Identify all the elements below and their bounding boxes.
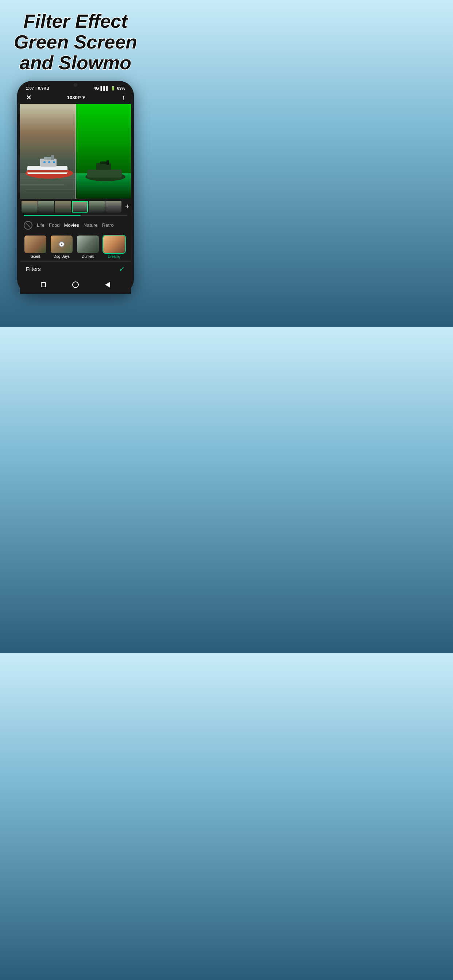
progress-fill (24, 215, 81, 216)
back-button[interactable] (104, 281, 112, 289)
video-preview (20, 104, 131, 199)
header-subtitle: Green Screen and Slowmo (7, 32, 144, 73)
filter-item-scent[interactable]: Scent (24, 235, 47, 258)
export-button[interactable]: ↑ (122, 94, 125, 101)
timeline-thumb[interactable] (38, 201, 54, 213)
filter-label-scent: Scent (30, 255, 40, 258)
filter-thumb-dunkirk (76, 235, 100, 254)
svg-rect-12 (100, 162, 107, 164)
filter-selected-indicator (59, 241, 65, 247)
filter-cat-movies[interactable]: Movies (64, 223, 79, 228)
timeline-thumb[interactable] (55, 201, 71, 213)
triangle-icon (105, 282, 110, 288)
filter-item-dreamy[interactable]: Dreamy (102, 235, 126, 258)
close-button[interactable]: ✕ (26, 94, 31, 102)
no-filter-icon[interactable] (24, 221, 32, 230)
resolution-selector[interactable]: 1080P ▼ (67, 95, 86, 100)
filter-thumb-dreamy (102, 235, 126, 254)
filter-progress-bar (20, 215, 131, 218)
header-section: Filter Effect Green Screen and Slowmo (0, 0, 151, 77)
status-time: 1:07 (26, 86, 34, 91)
video-toolbar: ✕ 1080P ▼ ↑ (20, 92, 131, 104)
status-data: | (35, 86, 37, 91)
svg-rect-1 (27, 166, 67, 174)
video-right-half (75, 104, 131, 199)
android-nav-bar (20, 277, 131, 294)
camera-notch (61, 81, 90, 89)
iphone-device: 1:07 | 0,9KB 4G ▌▌▌ 🔋 89% ✕ 1080P ▼ ↑ (17, 81, 134, 294)
status-data-usage: 0,9KB (38, 86, 49, 91)
svg-point-7 (53, 161, 55, 163)
signal-bars-icon: ▌▌▌ (100, 86, 109, 91)
battery-percent: 89% (117, 86, 125, 91)
resolution-label: 1080P (67, 95, 81, 100)
progress-track (24, 215, 127, 216)
camera-lens (74, 83, 77, 87)
confirm-button[interactable]: ✓ (119, 265, 125, 274)
filters-title: Filters (26, 266, 41, 272)
battery-icon: 🔋 (110, 86, 116, 91)
filter-bg-dunkirk (77, 235, 99, 253)
filter-label-dreamy: Dreamy (108, 255, 120, 258)
svg-rect-8 (27, 170, 67, 172)
filter-bg-dreamy (103, 235, 125, 253)
resolution-chevron: ▼ (81, 95, 86, 100)
svg-rect-10 (87, 170, 122, 178)
filter-cat-life[interactable]: Life (37, 223, 45, 228)
filter-label-dunkirk: Dunkirk (82, 255, 94, 258)
filter-item-dunkirk[interactable]: Dunkirk (76, 235, 100, 258)
timeline-thumb[interactable] (22, 201, 38, 213)
home-button[interactable] (72, 281, 80, 289)
video-left-half (20, 104, 75, 199)
timeline-thumb[interactable] (105, 201, 121, 213)
filter-cat-retro[interactable]: Retro (102, 223, 114, 228)
filter-cat-food[interactable]: Food (49, 223, 60, 228)
filter-bg-scent (24, 235, 46, 253)
status-left: 1:07 | 0,9KB (26, 86, 49, 91)
svg-point-5 (43, 161, 46, 163)
svg-point-6 (48, 161, 50, 163)
timeline-thumb-active[interactable] (72, 201, 88, 213)
filter-cat-nature[interactable]: Nature (83, 223, 98, 228)
filter-item-dogdays[interactable]: Dog Days (50, 235, 73, 258)
recent-apps-button[interactable] (39, 281, 48, 289)
ship-right-svg (82, 161, 129, 182)
circle-icon (72, 282, 79, 288)
timeline-thumb[interactable] (89, 201, 105, 213)
svg-rect-4 (51, 155, 54, 160)
filter-items-row: Scent Dog Days Dunkirk (20, 232, 131, 261)
filter-thumb-dogdays (50, 235, 73, 254)
svg-rect-13 (107, 161, 109, 165)
video-split-divider (75, 104, 76, 199)
status-network: 4G (94, 86, 99, 91)
status-right: 4G ▌▌▌ 🔋 89% (94, 86, 125, 91)
ship-left-svg (22, 155, 75, 180)
phone-wrapper: 1:07 | 0,9KB 4G ▌▌▌ 🔋 89% ✕ 1080P ▼ ↑ (0, 77, 151, 294)
timeline-strip: + (20, 199, 131, 215)
filters-bottom-bar: Filters ✓ (20, 261, 131, 277)
filter-thumb-scent (24, 235, 47, 254)
header-title: Filter Effect (7, 11, 144, 32)
filter-dot-inner (61, 243, 62, 245)
filter-label-dogdays: Dog Days (54, 255, 70, 258)
filter-category-bar[interactable]: Life Food Movies Nature Retro (20, 218, 131, 232)
add-clip-button[interactable]: + (122, 202, 131, 212)
square-icon (41, 282, 46, 287)
